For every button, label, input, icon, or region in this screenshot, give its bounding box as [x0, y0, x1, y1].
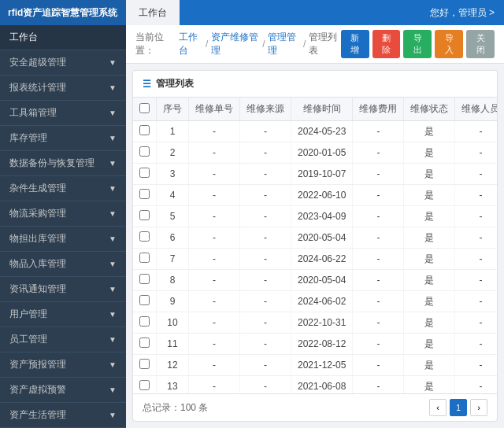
- main-content: 当前位置： 工作台 / 资产维修管理 / 管理管理 / 管理列表 新增 删除 导…: [126, 25, 504, 428]
- breadcrumb: 当前位置： 工作台 / 资产维修管理 / 管理管理 / 管理列表: [135, 31, 341, 57]
- select-all-checkbox[interactable]: [139, 103, 150, 113]
- row-status: 是: [404, 249, 455, 270]
- col-num: 维修单号: [189, 98, 240, 121]
- row-checkbox[interactable]: [133, 249, 157, 270]
- row-status: 是: [404, 270, 455, 291]
- row-checkbox[interactable]: [133, 355, 157, 376]
- row-checkbox[interactable]: [133, 121, 157, 142]
- export-button[interactable]: 导出: [403, 30, 432, 58]
- table-row: 2 - - 2020-01-05 - 是 - - 详情 修改 删除: [133, 142, 497, 164]
- row-checkbox[interactable]: [133, 142, 157, 164]
- row-time: 2020-05-04: [291, 227, 353, 249]
- row-num: -: [189, 206, 240, 227]
- row-seq: 6: [157, 227, 189, 249]
- table-area: ☰ 管理列表 序号 维修单号 维修来源 维修时间 维修费用 维修状态: [132, 70, 498, 422]
- row-source: -: [240, 376, 291, 394]
- row-seq: 12: [157, 355, 189, 376]
- sidebarbook: 工作台 安全超级管理 ▼ 报表统计管理 ▼ 工具箱管理 ▼ 库存管理 ▼ 数据备…: [0, 25, 126, 428]
- row-checkbox[interactable]: [133, 206, 157, 227]
- sidebar-item-workbench[interactable]: 工作台: [0, 25, 126, 50]
- row-cost: -: [353, 249, 404, 270]
- row-num: -: [189, 334, 240, 355]
- row-num: -: [189, 164, 240, 185]
- row-cost: -: [353, 142, 404, 164]
- next-page-button[interactable]: ›: [470, 399, 487, 416]
- table-wrapper: 序号 维修单号 维修来源 维修时间 维修费用 维修状态 维修人员 创建人员 操作: [133, 98, 497, 393]
- row-num: -: [189, 142, 240, 164]
- row-source: -: [240, 206, 291, 227]
- row-checkbox[interactable]: [133, 334, 157, 355]
- tab-workbench[interactable]: 工作台: [126, 0, 180, 25]
- sidebar-item-reports[interactable]: 报表统计管理 ▼: [0, 76, 126, 101]
- sidebar-item-security[interactable]: 安全超级管理 ▼: [0, 50, 126, 76]
- row-seq: 8: [157, 270, 189, 291]
- row-time: 2019-10-07: [291, 164, 353, 185]
- row-checkbox[interactable]: [133, 185, 157, 206]
- row-cost: -: [353, 291, 404, 312]
- sidebar-item-asset-life[interactable]: 资产生活管理 ▼: [0, 403, 126, 428]
- row-repairer: -: [455, 270, 497, 291]
- sidebar-item-asset-warning[interactable]: 资产虚拟预警 ▼: [0, 378, 126, 403]
- col-repairer: 维修人员: [455, 98, 497, 121]
- row-seq: 13: [157, 376, 189, 394]
- col-checkbox: [133, 98, 157, 121]
- table-title: ☰ 管理列表: [133, 71, 497, 98]
- row-time: 2024-06-22: [291, 249, 353, 270]
- row-status: 是: [404, 355, 455, 376]
- row-num: -: [189, 270, 240, 291]
- page-1-button[interactable]: 1: [450, 399, 467, 416]
- close-button[interactable]: 关闭: [466, 30, 495, 58]
- table-row: 3 - - 2019-10-07 - 是 - - 详情 修改 删除: [133, 164, 497, 185]
- sidebar-item-asset-forecast[interactable]: 资产预报管理 ▼: [0, 352, 126, 378]
- col-cost: 维修费用: [353, 98, 404, 121]
- sidebar-item-news[interactable]: 资讯通知管理 ▼: [0, 277, 126, 302]
- sidebar-item-inbound[interactable]: 物品入库管理 ▼: [0, 252, 126, 277]
- sidebar-item-inventory[interactable]: 库存管理 ▼: [0, 126, 126, 151]
- table-row: 6 - - 2020-05-04 - 是 - - 详情 修改 删除: [133, 227, 497, 249]
- row-cost: -: [353, 185, 404, 206]
- row-status: 是: [404, 206, 455, 227]
- top-tabs: 工作台: [126, 0, 180, 25]
- list-icon: ☰: [143, 79, 151, 90]
- row-status: 是: [404, 312, 455, 334]
- table-row: 1 - - 2024-05-23 - 是 - - 详情 修改 删除: [133, 121, 497, 142]
- row-repairer: -: [455, 206, 497, 227]
- sidebar-item-staff[interactable]: 员工管理 ▼: [0, 327, 126, 352]
- sidebar-item-backup[interactable]: 数据备份与恢复管理 ▼: [0, 151, 126, 176]
- row-cost: -: [353, 227, 404, 249]
- prev-page-button[interactable]: ‹: [429, 399, 447, 416]
- sidebar-item-users[interactable]: 用户管理 ▼: [0, 302, 126, 327]
- sidebar-item-outbound[interactable]: 物担出库管理 ▼: [0, 227, 126, 252]
- add-button[interactable]: 新增: [341, 30, 369, 58]
- row-source: -: [240, 355, 291, 376]
- row-seq: 4: [157, 185, 189, 206]
- user-area: 您好，管理员 >: [430, 6, 504, 20]
- row-checkbox[interactable]: [133, 376, 157, 394]
- row-checkbox[interactable]: [133, 291, 157, 312]
- row-checkbox[interactable]: [133, 164, 157, 185]
- row-checkbox[interactable]: [133, 312, 157, 334]
- row-status: 是: [404, 185, 455, 206]
- row-cost: -: [353, 164, 404, 185]
- row-source: -: [240, 142, 291, 164]
- row-seq: 11: [157, 334, 189, 355]
- sidebar-item-logistics[interactable]: 物流采购管理 ▼: [0, 201, 126, 227]
- row-time: 2021-12-05: [291, 355, 353, 376]
- sidebar-item-tools[interactable]: 工具箱管理 ▼: [0, 101, 126, 126]
- import-button[interactable]: 导入: [435, 30, 463, 58]
- data-table: 序号 维修单号 维修来源 维修时间 维修费用 维修状态 维修人员 创建人员 操作: [133, 98, 497, 393]
- sidebar-item-misc[interactable]: 杂件生成管理 ▼: [0, 176, 126, 201]
- row-checkbox[interactable]: [133, 227, 157, 249]
- row-seq: 5: [157, 206, 189, 227]
- delete-button[interactable]: 删除: [372, 30, 401, 58]
- row-time: 2022-10-31: [291, 312, 353, 334]
- row-status: 是: [404, 164, 455, 185]
- col-status: 维修状态: [404, 98, 455, 121]
- row-seq: 10: [157, 312, 189, 334]
- row-checkbox[interactable]: [133, 270, 157, 291]
- row-time: 2024-05-23: [291, 121, 353, 142]
- row-num: -: [189, 121, 240, 142]
- row-cost: -: [353, 270, 404, 291]
- row-status: 是: [404, 376, 455, 394]
- row-num: -: [189, 291, 240, 312]
